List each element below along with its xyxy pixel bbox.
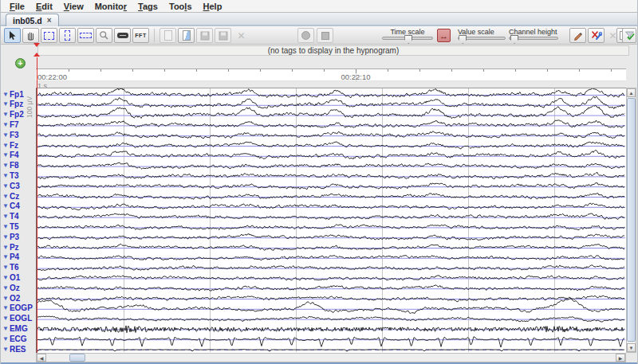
channel-label-p4[interactable]: ▼P4 xyxy=(2,253,19,262)
channel-label-eogp[interactable]: ▼EOGP xyxy=(2,304,33,313)
tab-close-icon[interactable]: × xyxy=(47,17,52,25)
channel-label-eogl[interactable]: ▼EOGL xyxy=(2,315,32,323)
channel-dropdown-icon[interactable]: ▼ xyxy=(2,132,9,139)
zoom-tool-button[interactable] xyxy=(96,28,112,43)
channel-label-oz[interactable]: ▼Oz xyxy=(2,284,20,292)
channel-label-fz[interactable]: ▼Fz xyxy=(2,141,18,150)
value-scale-slider[interactable] xyxy=(458,37,506,40)
channel-label-c3[interactable]: ▼C3 xyxy=(2,182,20,190)
channel-label-t6[interactable]: ▼T6 xyxy=(2,264,19,272)
record-button[interactable] xyxy=(297,28,314,43)
channel-dropdown-icon[interactable]: ▼ xyxy=(2,203,9,209)
channel-dropdown-icon[interactable]: ▼ xyxy=(2,336,9,342)
time-scale-thumb[interactable] xyxy=(404,35,412,44)
menu-edit[interactable]: Edit xyxy=(30,2,58,11)
fit-time-scale-toggle[interactable]: ↔ xyxy=(437,29,451,42)
time-scale-slider[interactable] xyxy=(382,37,433,40)
channel-label-emg[interactable]: ▼EMG xyxy=(2,324,28,333)
select-row-tool-button[interactable] xyxy=(77,28,94,43)
menu-file[interactable]: File xyxy=(4,2,30,11)
channel-label-t4[interactable]: ▼T4 xyxy=(2,213,19,221)
edit-montage-button[interactable] xyxy=(569,28,586,43)
channel-dropdown-icon[interactable]: ▼ xyxy=(2,224,9,230)
horizontal-scrollbar[interactable]: ◀ ▶ xyxy=(36,353,626,362)
hypnogram-panel[interactable]: (no tags to display in the hypnogram) xyxy=(37,45,629,56)
add-tag-button[interactable]: + xyxy=(15,58,26,68)
save-tag-button[interactable] xyxy=(196,28,213,43)
vertical-scrollbar[interactable]: ▲ ▼ xyxy=(626,88,636,353)
channel-height-thumb[interactable] xyxy=(510,35,518,44)
channel-dropdown-icon[interactable]: ▼ xyxy=(2,152,9,159)
pan-tool-button[interactable] xyxy=(22,28,39,43)
channel-dropdown-icon[interactable]: ▼ xyxy=(2,143,9,149)
channel-label-t3[interactable]: ▼T3 xyxy=(2,171,19,180)
menu-help[interactable]: Help xyxy=(198,2,228,11)
new-tag-button[interactable] xyxy=(160,28,176,43)
channel-height-slider[interactable] xyxy=(509,37,558,40)
channel-dropdown-icon[interactable]: ▼ xyxy=(2,315,9,322)
channel-label-f4[interactable]: ▼F4 xyxy=(2,151,19,160)
channel-label-cz[interactable]: ▼Cz xyxy=(2,192,19,201)
channel-dropdown-icon[interactable]: ▼ xyxy=(2,254,9,260)
channel-dropdown-icon[interactable]: ▼ xyxy=(2,194,9,200)
channel-dropdown-icon[interactable]: ▼ xyxy=(2,296,9,302)
menu-tags[interactable]: Tags xyxy=(132,2,163,11)
time-ruler[interactable]: 00:22:0000:22:10 xyxy=(36,68,626,81)
vertical-scroll-thumb[interactable] xyxy=(627,98,636,342)
scroll-down-button[interactable]: ▼ xyxy=(627,343,636,352)
value-scale-thumb[interactable] xyxy=(459,35,467,44)
channel-label-f8[interactable]: ▼F8 xyxy=(2,162,19,170)
channel-dropdown-icon[interactable]: ▼ xyxy=(2,122,9,128)
select-region-tool-button[interactable] xyxy=(41,28,57,43)
signal-plot-area[interactable] xyxy=(36,88,626,353)
channel-dropdown-icon[interactable]: ▼ xyxy=(2,326,9,332)
channel-dropdown-icon[interactable]: ▼ xyxy=(2,285,9,292)
channel-label-f7[interactable]: ▼F7 xyxy=(2,120,19,129)
tab-inb05[interactable]: inb05.d × xyxy=(6,14,59,26)
scroll-left-button[interactable]: ◀ xyxy=(37,354,46,362)
channel-label-c4[interactable]: ▼C4 xyxy=(2,202,20,211)
channel-dropdown-icon[interactable]: ▼ xyxy=(2,173,9,179)
channel-dropdown-icon[interactable]: ▼ xyxy=(2,234,9,241)
fft-label: FFT xyxy=(135,33,146,38)
fft-tool-button[interactable]: FFT xyxy=(132,28,149,43)
channel-label-fp1[interactable]: ▼Fp1 xyxy=(2,90,24,99)
channel-dropdown-icon[interactable]: ▼ xyxy=(2,245,9,251)
select-tool-button[interactable] xyxy=(4,28,21,43)
channel-label-pz[interactable]: ▼Pz xyxy=(2,243,19,252)
stop-button[interactable] xyxy=(317,28,333,43)
scroll-right-button[interactable]: ▶ xyxy=(616,354,625,362)
channel-label-fp2[interactable]: ▼Fp2 xyxy=(2,111,24,119)
channel-label-o1[interactable]: ▼O1 xyxy=(2,273,20,282)
menu-view[interactable]: View xyxy=(58,2,89,11)
channel-dropdown-icon[interactable]: ▼ xyxy=(2,213,9,220)
channel-label-res[interactable]: ▼RES xyxy=(2,345,26,354)
channel-dropdown-icon[interactable]: ▼ xyxy=(2,101,9,108)
save-tag-as-button[interactable] xyxy=(215,28,231,43)
edit-filters-button[interactable] xyxy=(588,28,605,43)
select-column-tool-button[interactable] xyxy=(59,28,76,43)
channel-dropdown-icon[interactable]: ▼ xyxy=(2,92,9,98)
filtering-toggle-button[interactable] xyxy=(622,28,636,43)
channel-dropdown-icon[interactable]: ▼ xyxy=(2,162,9,169)
scroll-up-button[interactable]: ▲ xyxy=(627,88,636,97)
channel-label-f3[interactable]: ▼F3 xyxy=(2,131,19,139)
channel-dropdown-icon[interactable]: ▼ xyxy=(2,275,9,281)
channel-dropdown-icon[interactable]: ▼ xyxy=(2,112,9,118)
horizontal-scroll-thumb[interactable] xyxy=(69,354,85,362)
channel-label-fpz[interactable]: ▼Fpz xyxy=(2,100,23,109)
channel-dropdown-icon[interactable]: ▼ xyxy=(2,264,9,271)
signal-canvas[interactable] xyxy=(37,88,625,352)
open-tag-button[interactable] xyxy=(178,28,195,43)
menu-monitor[interactable]: Monitor xyxy=(89,2,132,11)
channel-label-ecg[interactable]: ▼ECG xyxy=(2,335,27,343)
menu-tools[interactable]: Tools xyxy=(163,2,198,11)
channel-dropdown-icon[interactable]: ▼ xyxy=(2,183,9,190)
channel-dropdown-icon[interactable]: ▼ xyxy=(2,305,9,311)
channel-label-o2[interactable]: ▼O2 xyxy=(2,294,20,303)
channel-dropdown-icon[interactable]: ▼ xyxy=(2,346,9,353)
close-tag-button[interactable]: ✕ xyxy=(233,28,250,43)
measure-tool-button[interactable] xyxy=(114,28,131,43)
channel-label-p3[interactable]: ▼P3 xyxy=(2,233,19,241)
channel-label-t5[interactable]: ▼T5 xyxy=(2,222,19,231)
